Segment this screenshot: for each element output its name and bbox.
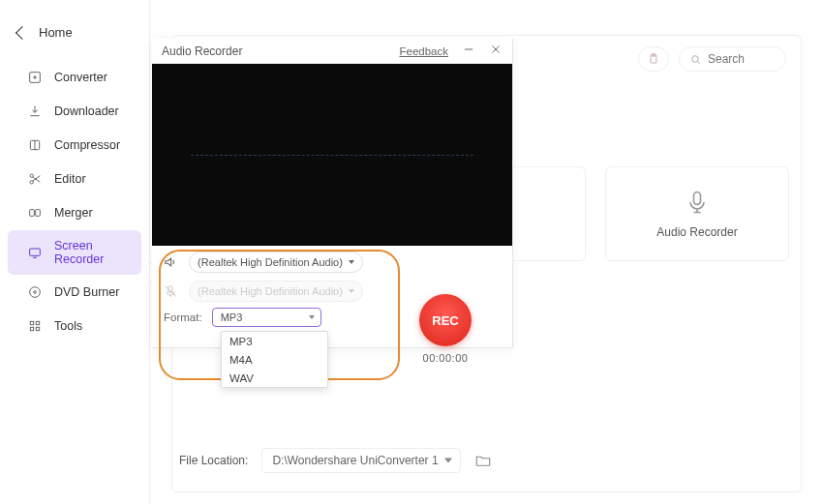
speaker-row: (Realtek High Definition Audio) <box>160 250 504 275</box>
sidebar-item-label: Converter <box>54 71 107 84</box>
download-icon <box>27 104 43 119</box>
card-label: Audio Recorder <box>656 225 737 239</box>
record-button[interactable]: REC <box>419 294 472 346</box>
svg-rect-28 <box>694 193 701 205</box>
file-location-row: File Location: D:\Wondershare UniConvert… <box>179 448 492 473</box>
sidebar-item-label: Tools <box>54 319 82 333</box>
speaker-device-value: (Realtek High Definition Audio) <box>198 256 343 268</box>
sidebar: Home Converter Downloader Compressor Edi… <box>0 0 150 504</box>
scissors-icon <box>27 171 43 187</box>
waveform-line <box>191 155 473 156</box>
sidebar-item-label: Screen Recorder <box>54 239 128 266</box>
file-location-label: File Location: <box>179 454 248 467</box>
microphone-icon <box>684 189 711 216</box>
dialog-close-button[interactable] <box>489 43 503 59</box>
format-select[interactable]: MP3 <box>212 308 321 327</box>
sidebar-item-label: Compressor <box>54 138 120 152</box>
search-icon <box>689 53 702 66</box>
sidebar-item-merger[interactable]: Merger <box>8 196 141 229</box>
sidebar-item-downloader[interactable]: Downloader <box>8 95 141 128</box>
format-selected-value: MP3 <box>221 311 243 323</box>
record-timer: 00:00:00 <box>423 352 469 364</box>
record-button-label: REC <box>432 313 458 328</box>
search-box[interactable] <box>679 46 786 72</box>
screen-record-icon <box>27 245 43 260</box>
svg-point-17 <box>30 287 41 298</box>
mic-device-value: (Realtek High Definition Audio) <box>198 285 343 297</box>
svg-point-18 <box>34 291 37 294</box>
svg-line-26 <box>698 61 700 63</box>
folder-icon <box>474 452 492 469</box>
chevron-down-icon <box>349 260 354 264</box>
disc-icon <box>27 284 43 300</box>
merge-icon <box>27 205 43 221</box>
svg-rect-16 <box>30 249 41 255</box>
dialog-minimize-button[interactable] <box>462 43 475 59</box>
microphone-off-icon <box>163 283 178 299</box>
dialog-titlebar: Audio Recorder Feedback <box>152 39 512 64</box>
svg-rect-14 <box>30 210 35 217</box>
svg-rect-21 <box>30 327 33 330</box>
sidebar-item-label: Editor <box>54 172 86 186</box>
svg-rect-15 <box>36 210 41 217</box>
svg-point-25 <box>692 55 699 62</box>
file-location-value: D:\Wondershare UniConverter 1 <box>272 454 438 467</box>
format-option-m4a[interactable]: M4A <box>222 350 327 369</box>
speaker-icon <box>163 254 178 270</box>
open-folder-button[interactable] <box>474 452 492 469</box>
sidebar-item-converter[interactable]: Converter <box>8 61 141 94</box>
mic-device-select[interactable]: (Realtek High Definition Audio) <box>189 281 363 302</box>
svg-rect-22 <box>36 327 39 330</box>
sidebar-item-label: Merger <box>54 206 93 220</box>
toolbar-row <box>638 46 786 72</box>
sidebar-item-label: Downloader <box>54 104 119 118</box>
home-button[interactable]: Home <box>0 14 149 51</box>
minimize-icon <box>462 43 475 56</box>
chevron-down-icon <box>309 315 315 319</box>
format-label: Format: <box>164 311 202 323</box>
format-dropdown-list: MP3 M4A WAV <box>221 331 328 388</box>
sidebar-item-label: DVD Burner <box>54 285 119 299</box>
dialog-title: Audio Recorder <box>162 44 242 58</box>
format-option-mp3[interactable]: MP3 <box>222 332 327 350</box>
speaker-toggle[interactable] <box>162 253 179 271</box>
clipboard-button[interactable] <box>638 46 669 72</box>
clipboard-icon <box>647 52 660 66</box>
converter-icon <box>27 70 43 85</box>
record-section: REC 00:00:00 <box>419 294 472 364</box>
sidebar-item-tools[interactable]: Tools <box>8 310 141 342</box>
svg-rect-20 <box>36 321 39 324</box>
svg-point-13 <box>30 181 33 184</box>
search-input[interactable] <box>708 52 776 66</box>
dialog-preview <box>152 64 512 246</box>
close-icon <box>489 43 503 56</box>
sidebar-item-dvd-burner[interactable]: DVD Burner <box>8 276 141 309</box>
speaker-device-select[interactable]: (Realtek High Definition Audio) <box>189 252 363 273</box>
chevron-down-icon <box>349 289 354 293</box>
recorder-card-audio[interactable]: Audio Recorder <box>605 166 789 261</box>
audio-recorder-dialog: Audio Recorder Feedback (Realtek High De… <box>152 39 513 348</box>
mic-toggle[interactable] <box>162 282 179 300</box>
svg-point-12 <box>30 174 33 177</box>
sidebar-item-screen-recorder[interactable]: Screen Recorder <box>8 230 141 275</box>
svg-rect-19 <box>30 321 33 324</box>
feedback-link[interactable]: Feedback <box>399 45 448 57</box>
file-location-select[interactable]: D:\Wondershare UniConverter 1 <box>261 448 460 473</box>
sidebar-item-compressor[interactable]: Compressor <box>8 129 141 162</box>
grid-icon <box>27 318 43 334</box>
sidebar-item-editor[interactable]: Editor <box>8 163 141 195</box>
format-option-wav[interactable]: WAV <box>222 369 327 387</box>
chevron-left-icon <box>15 25 29 39</box>
compress-icon <box>27 137 43 153</box>
home-label: Home <box>39 25 73 40</box>
